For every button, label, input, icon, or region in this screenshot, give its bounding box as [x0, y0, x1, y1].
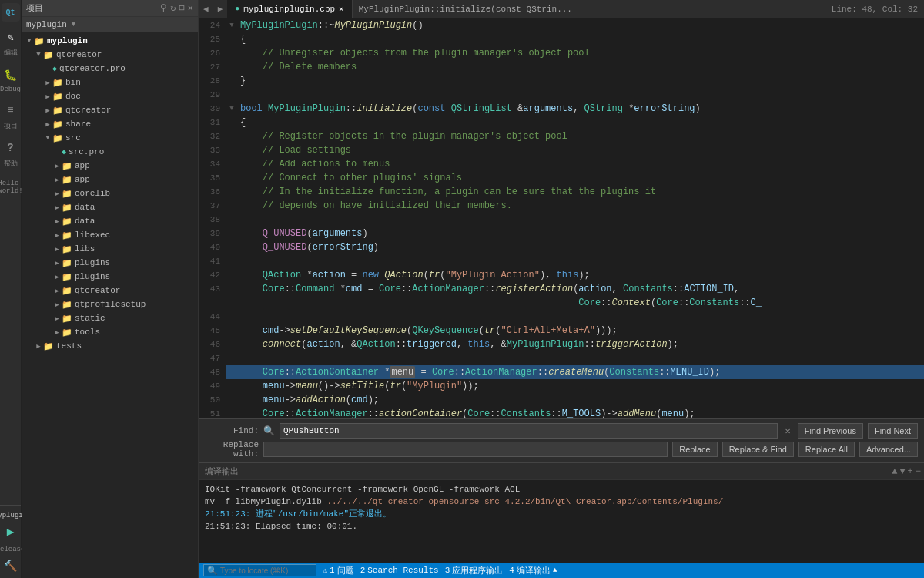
tree-item-qtcreator-src[interactable]: ▶ 📁 qtcreator [22, 284, 198, 297]
expand-arrow-tools: ▶ [52, 328, 62, 337]
line-content-48: Core::ActionContainer *menu = Core::Acti… [237, 365, 924, 379]
line-num-26: 26 [199, 46, 226, 60]
fold-24[interactable]: ▼ [226, 18, 237, 32]
tree-item-plugins1[interactable]: ▶ 📁 plugins [22, 256, 198, 270]
tree-item-doc[interactable]: ▶ 📁 doc [22, 89, 198, 103]
tree-item-qtcreator-root[interactable]: ▼ 📁 qtcreator [22, 48, 198, 62]
replace-input[interactable] [263, 442, 668, 457]
line-content-28: } [237, 74, 924, 88]
advanced-button[interactable]: Advanced... [859, 442, 918, 457]
editor-header-right: MyPluginPlugin::initialize(const QStrin.… [353, 5, 924, 14]
output-scroll-down[interactable]: ▼ [899, 466, 905, 477]
status-compile-arrow: ▲ [553, 566, 557, 574]
tree-label-myplugin: myplugin [47, 36, 88, 45]
edit-mode-button[interactable]: ✎ [2, 28, 20, 46]
code-editor[interactable]: 24 ▼ MyPluginPlugin::~MyPluginPlugin() 2… [199, 18, 924, 418]
expand-arrow-data2: ▶ [52, 217, 62, 226]
expand-arrow-qtcreator-inner: ▶ [43, 106, 52, 115]
line-content-32: // Register objects in the plugin manage… [237, 129, 924, 143]
qt-logo-button[interactable]: Qt [2, 3, 20, 22]
output-scroll-up[interactable]: ▲ [892, 466, 897, 477]
tree-item-data2[interactable]: ▶ 📁 data [22, 214, 198, 228]
folder-icon-plugins1: 📁 [62, 258, 72, 268]
tree-item-share[interactable]: ▶ 📁 share [22, 117, 198, 131]
tree-item-src-pro[interactable]: ◆ src.pro [22, 145, 198, 159]
tree-item-src[interactable]: ▼ 📁 src [22, 131, 198, 145]
tree-item-qtprofilesetup[interactable]: ▶ 📁 qtprofilesetup [22, 297, 198, 311]
output-line-1: IOKit -framework QtConcurrent -framework… [205, 483, 918, 496]
expand-arrow-doc: ▶ [43, 92, 52, 101]
output-add[interactable]: + [908, 466, 913, 477]
tree-item-app1[interactable]: ▶ 📁 app [22, 159, 198, 173]
find-next-button[interactable]: Find Next [868, 423, 918, 439]
code-line-41: 41 [199, 254, 924, 268]
folder-icon-myplugin: 📁 [34, 36, 45, 46]
find-input[interactable] [280, 423, 778, 439]
filter-icon[interactable]: ⚲ [160, 2, 167, 14]
line-content-26: // Unregister objects from the plugin ma… [237, 46, 924, 60]
expand-arrow-tests: ▶ [34, 342, 43, 351]
replace-button[interactable]: Replace [672, 442, 717, 457]
tree-item-app2[interactable]: ▶ 📁 app [22, 173, 198, 187]
tree-item-data1[interactable]: ▶ 📁 data [22, 200, 198, 214]
tree-label-tests: tests [56, 341, 82, 351]
help-mode-label: 帮助 [4, 159, 18, 169]
status-search-icon: 🔍 [207, 566, 218, 576]
pro-icon-src: ◆ [62, 147, 66, 156]
project-mode-button[interactable]: ≡ [2, 101, 20, 119]
find-clear-button[interactable]: ✕ [782, 425, 792, 437]
debug-mode-button[interactable]: 🐛 [2, 66, 20, 84]
find-previous-button[interactable]: Find Previous [798, 423, 863, 439]
tree-item-tools[interactable]: ▶ 📁 tools [22, 325, 198, 339]
tree-item-libs[interactable]: ▶ 📁 libs [22, 242, 198, 256]
nav-forward-button[interactable]: ▶ [213, 4, 228, 14]
tree-item-corelib[interactable]: ▶ 📁 corelib [22, 187, 198, 200]
tree-item-qtcreator-pro[interactable]: ◆ qtcreator.pro [22, 62, 198, 76]
tree-item-static[interactable]: ▶ 📁 static [22, 311, 198, 325]
tree-item-bin[interactable]: ▶ 📁 bin [22, 76, 198, 89]
tree-item-qtcreator-inner[interactable]: ▶ 📁 qtcreator [22, 103, 198, 117]
tree-label-libexec: libexec [75, 230, 110, 240]
code-line-42: 42 QAction *action = new QAction(tr("MyP… [199, 268, 924, 282]
project-selector-arrow[interactable]: ▼ [72, 21, 75, 29]
expand-arrow-plugins2: ▶ [52, 273, 62, 281]
line-num-31: 31 [199, 116, 226, 129]
close-panel-icon[interactable]: ✕ [188, 2, 193, 14]
folder-icon-qtcreator-inner: 📁 [52, 106, 63, 116]
output-line-2: mv -f libMyPlugin.dylib ../../../qt-crea… [205, 496, 918, 508]
code-line-43-cont: Core::Context(Core::Constants::C_ [199, 296, 924, 310]
build-button[interactable]: 🔨 [2, 556, 20, 575]
output-remove[interactable]: − [916, 466, 921, 477]
line-num-33: 33 [199, 143, 226, 157]
line-content-43: Core::Command *cmd = Core::ActionManager… [237, 282, 924, 296]
help-mode-button[interactable]: ? [2, 139, 20, 157]
status-search-input[interactable] [220, 566, 313, 575]
nav-back-button[interactable]: ◀ [199, 4, 213, 14]
status-compile-tab[interactable]: 4 编译输出 ▲ [509, 565, 557, 576]
line-content-45: cmd->setDefaultKeySequence(QKeySequence(… [237, 324, 924, 338]
status-app-output-tab[interactable]: 3 应用程序输出 [445, 565, 504, 576]
status-search-box[interactable]: 🔍 [203, 564, 316, 576]
editor-tab-mypluginplugin[interactable]: ● mypluginplugin.cpp ✕ [227, 0, 352, 18]
status-compile-label: 编译输出 [517, 565, 551, 576]
line-content-27: // Delete members [237, 60, 924, 74]
find-bar: Find: 🔍 ✕ Find Previous Find Next Replac… [199, 418, 924, 462]
tree-item-plugins2[interactable]: ▶ 📁 plugins [22, 270, 198, 284]
line-content-36: // In the initialize function, a plugin … [237, 185, 924, 199]
replace-and-find-button[interactable]: Replace & Find [722, 442, 794, 457]
run-button[interactable]: ▶ [2, 523, 20, 541]
status-issues-tab[interactable]: ⚠ 1 问题 [323, 565, 354, 576]
editor-tab-close[interactable]: ✕ [339, 4, 344, 14]
tree-item-tests[interactable]: ▶ 📁 tests [22, 339, 198, 353]
sync-icon[interactable]: ↻ [170, 2, 176, 14]
fold-30[interactable]: ▼ [226, 102, 237, 116]
tree-item-libexec[interactable]: ▶ 📁 libexec [22, 228, 198, 242]
replace-all-button[interactable]: Replace All [798, 442, 855, 457]
collapse-icon[interactable]: ⊟ [179, 2, 185, 14]
line-content-50: menu->addAction(cmd); [237, 393, 924, 407]
line-num-51: 51 [199, 407, 226, 418]
edit-mode-label: 编辑 [4, 48, 18, 58]
status-search-tab[interactable]: 2 Search Results [360, 566, 439, 575]
tree-item-myplugin[interactable]: ▼ 📁 myplugin [22, 34, 198, 48]
line-num-37: 37 [199, 199, 226, 213]
